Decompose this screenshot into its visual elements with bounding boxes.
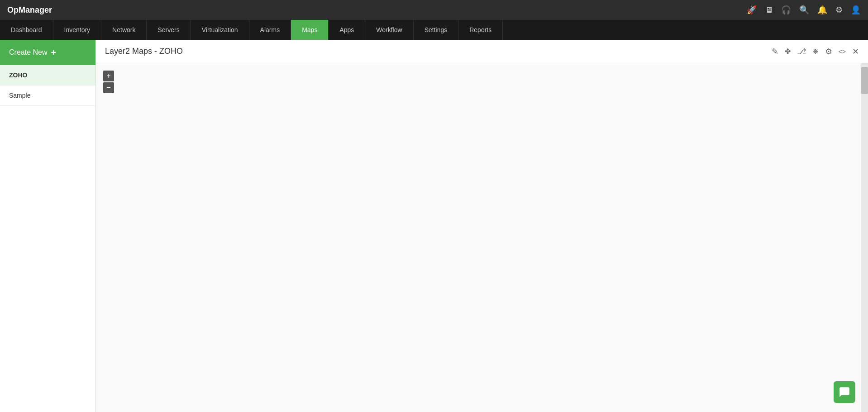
nav-virtualization[interactable]: Virtualization: [191, 20, 249, 40]
headset-icon[interactable]: 🎧: [781, 5, 791, 15]
create-new-label: Create New: [9, 48, 47, 57]
nav-workflow[interactable]: Workflow: [365, 20, 413, 40]
nav-network[interactable]: Network: [101, 20, 147, 40]
sidebar: Create New + ZOHO Sample: [0, 40, 96, 412]
sidebar-item-zoho[interactable]: ZOHO: [0, 65, 95, 85]
search-icon[interactable]: 🔍: [799, 5, 809, 15]
topbar: OpManager 🚀 🖥 🎧 🔍 🔔 ⚙ 👤: [0, 0, 868, 20]
nav-maps[interactable]: Maps: [291, 20, 329, 40]
share-icon[interactable]: ⎇: [797, 47, 806, 57]
header-icon-group: ✎ ✤ ⎇ ❋ ⚙ <> ✕: [772, 47, 859, 57]
map-area[interactable]: + −: [96, 63, 868, 412]
scrollbar[interactable]: [861, 63, 868, 412]
plus-icon: +: [51, 47, 56, 58]
main-layout: Create New + ZOHO Sample Layer2 Maps - Z…: [0, 40, 868, 412]
code-icon[interactable]: <>: [839, 48, 846, 55]
monitor-icon[interactable]: 🖥: [765, 5, 773, 15]
sidebar-item-sample[interactable]: Sample: [0, 85, 95, 106]
zoom-out-button[interactable]: −: [103, 82, 114, 93]
app-logo: OpManager: [7, 5, 52, 15]
nav-servers[interactable]: Servers: [147, 20, 191, 40]
bell-icon[interactable]: 🔔: [817, 5, 827, 15]
refresh-icon[interactable]: ✤: [785, 47, 791, 56]
zoom-in-button[interactable]: +: [103, 71, 114, 81]
nodes-icon[interactable]: ❋: [813, 47, 819, 56]
top-icon-group: 🚀 🖥 🎧 🔍 🔔 ⚙ 👤: [747, 5, 861, 15]
nav-dashboard[interactable]: Dashboard: [0, 20, 53, 40]
nav-alarms[interactable]: Alarms: [249, 20, 291, 40]
create-new-button[interactable]: Create New +: [0, 40, 95, 65]
chat-button[interactable]: [834, 381, 855, 403]
network-graph: [96, 63, 232, 131]
user-icon[interactable]: 👤: [851, 5, 861, 15]
settings-icon[interactable]: ⚙: [835, 5, 843, 15]
navbar: Dashboard Inventory Network Servers Virt…: [0, 20, 868, 40]
content-area: Layer2 Maps - ZOHO ✎ ✤ ⎇ ❋ ⚙ <> ✕ + −: [96, 40, 868, 412]
nav-apps[interactable]: Apps: [329, 20, 365, 40]
nav-reports[interactable]: Reports: [458, 20, 503, 40]
rocket-icon[interactable]: 🚀: [747, 5, 757, 15]
nav-settings[interactable]: Settings: [414, 20, 459, 40]
gear-icon[interactable]: ⚙: [825, 47, 832, 57]
close-icon[interactable]: ✕: [852, 47, 859, 57]
edit-icon[interactable]: ✎: [772, 47, 778, 57]
page-title: Layer2 Maps - ZOHO: [105, 47, 183, 56]
nav-inventory[interactable]: Inventory: [53, 20, 102, 40]
scrollbar-thumb[interactable]: [861, 67, 868, 94]
zoom-controls: + −: [103, 71, 114, 93]
content-header: Layer2 Maps - ZOHO ✎ ✤ ⎇ ❋ ⚙ <> ✕: [96, 40, 868, 63]
